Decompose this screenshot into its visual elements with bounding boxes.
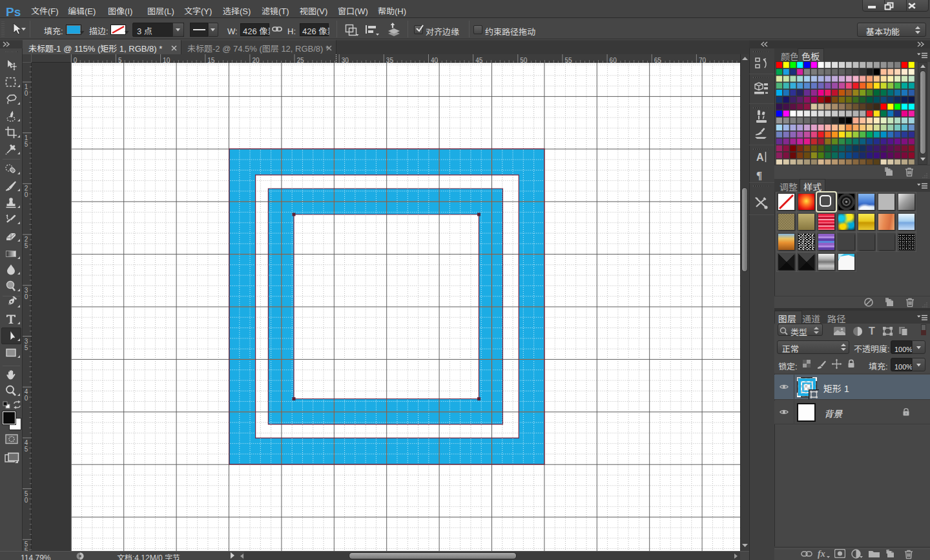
svg-text:fx: fx bbox=[818, 549, 825, 559]
svg-text:T: T bbox=[869, 326, 875, 337]
svg-text:¶: ¶ bbox=[756, 169, 762, 181]
svg-text:A: A bbox=[756, 152, 764, 163]
